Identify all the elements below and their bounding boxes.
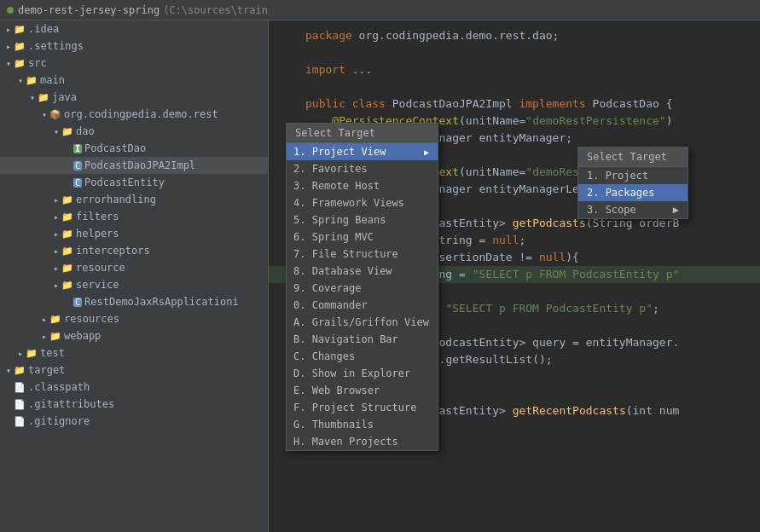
sidebar-item-resources[interactable]: 📁 resources — [0, 310, 268, 327]
code-editor: package org.codingpedia.demo.rest.dao; i… — [269, 20, 760, 532]
sidebar-item-label: webapp — [64, 330, 101, 342]
menu-item-project-view[interactable]: 1. Project View ▶ — [287, 143, 438, 160]
menu-item-label: 0. Commander — [293, 299, 368, 311]
title-text: demo-rest-jersey-spring — [18, 4, 160, 16]
menu-item-file-structure[interactable]: 7. File Structure — [287, 246, 438, 263]
sidebar-item-podcastentity[interactable]: C PodcastEntity — [0, 174, 268, 191]
submenu1-item-packages[interactable]: 2. Packages — [578, 184, 687, 201]
menu-item-label: 1. Project View — [293, 146, 386, 158]
menu-item-label: 8. Database View — [293, 265, 392, 277]
menu-item-maven[interactable]: H. Maven Projects — [287, 433, 438, 450]
folder-icon: 📁 — [26, 75, 38, 86]
sidebar-item-label: main — [40, 74, 65, 86]
sidebar-item-label: src — [28, 57, 47, 69]
folder-icon: 📁 — [61, 126, 73, 137]
menu-item-remote-host[interactable]: 3. Remote Host — [287, 177, 438, 194]
menu-item-changes[interactable]: C. Changes — [287, 348, 438, 365]
sidebar-item-test[interactable]: 📁 test — [0, 344, 268, 361]
title-bar: demo-rest-jersey-spring (C:\sources\trai… — [0, 0, 760, 20]
sidebar-item-helpers[interactable]: 📁 helpers — [0, 225, 268, 242]
sidebar-item-java[interactable]: 📁 java — [0, 89, 268, 106]
sidebar-item-label: errorhandling — [76, 194, 156, 205]
sidebar-item-restdemo[interactable]: C RestDemoJaxRsApplicationi — [0, 293, 268, 310]
folder-icon: 📁 — [14, 58, 26, 69]
menu-item-label: 2. Favorites — [293, 163, 368, 175]
menu-item-label: C. Changes — [293, 350, 355, 362]
menu-item-label: F. Project Structure — [293, 402, 417, 413]
folder-icon: 📁 — [61, 194, 73, 205]
sidebar-item-podcastdaojpa2impl[interactable]: C PodcastDaoJPA2Impl — [0, 157, 268, 174]
submenu1-item-scope[interactable]: 3. Scope ▶ — [578, 201, 687, 218]
sidebar-item-label: org.codingpedia.demo.rest — [64, 108, 218, 120]
sidebar-item-label: .settings — [28, 40, 84, 52]
sidebar-item-webapp[interactable]: 📁 webapp — [0, 327, 268, 344]
menu-item-favorites[interactable]: 2. Favorites — [287, 160, 438, 177]
menu-item-label: A. Grails/Griffon View — [293, 316, 429, 328]
menu-item-label: 3. Remote Host — [293, 180, 380, 192]
menu-item-label: 7. File Structure — [293, 248, 398, 260]
arrow-icon — [15, 349, 26, 358]
menu-item-spring-mvc[interactable]: 6. Spring MVC — [287, 228, 438, 246]
menu-item-coverage[interactable]: 9. Coverage — [287, 280, 438, 297]
main-dropdown-menu: Select Target 1. Project View ▶ 2. Favor… — [286, 123, 438, 451]
sidebar-item-label: .idea — [28, 23, 59, 35]
menu-item-grails[interactable]: A. Grails/Griffon View — [287, 314, 438, 331]
sidebar-item-org[interactable]: 📦 org.codingpedia.demo.rest — [0, 106, 268, 123]
class-icon: C — [73, 161, 82, 171]
sidebar-item-classpath[interactable]: 📄 .classpath — [0, 379, 268, 396]
arrow-icon — [27, 93, 38, 102]
arrow-icon — [51, 280, 61, 290]
sidebar-item-settings[interactable]: 📁 .settings — [0, 38, 268, 55]
sidebar-item-label: dao — [76, 125, 95, 137]
sidebar-item-dao[interactable]: 📁 dao — [0, 123, 268, 140]
arrow-icon — [51, 195, 61, 205]
submenu1-item-project[interactable]: 1. Project — [578, 167, 687, 184]
sidebar-item-gitignore[interactable]: 📄 .gitignore — [0, 413, 268, 430]
sidebar-item-main[interactable]: 📁 main — [0, 72, 268, 89]
sidebar-item-label: PodcastDaoJPA2Impl — [84, 159, 195, 171]
menu-item-nav-bar[interactable]: B. Navigation Bar — [287, 331, 438, 348]
class-icon: C — [73, 178, 82, 188]
menu-item-spring-beans[interactable]: 5. Spring Beans — [287, 211, 438, 228]
sidebar-item-label: .gitignore — [28, 415, 90, 427]
folder-icon: 📁 — [14, 365, 26, 376]
menu-item-label: 6. Spring MVC — [293, 231, 374, 243]
sidebar: 📁 .idea 📁 .settings 📁 src 📁 main 📁 java — [0, 20, 269, 532]
sidebar-item-interceptors[interactable]: 📁 interceptors — [0, 242, 268, 259]
sidebar-item-label: service — [76, 279, 119, 291]
arrow-icon — [51, 263, 61, 273]
sidebar-item-resource[interactable]: 📁 resource — [0, 259, 268, 276]
menu-item-framework-views[interactable]: 4. Framework Views — [287, 194, 438, 211]
sidebar-item-podcastdao[interactable]: I PodcastDao — [0, 140, 268, 157]
folder-icon: 📁 — [26, 348, 38, 359]
arrow-icon — [39, 332, 49, 341]
sidebar-item-gitattributes[interactable]: 📄 .gitattributes — [0, 396, 268, 413]
project-icon — [7, 7, 14, 14]
sidebar-item-target[interactable]: 📁 target — [0, 361, 268, 379]
arrow-icon — [3, 59, 14, 68]
menu-item-commander[interactable]: 0. Commander — [287, 297, 438, 314]
menu-item-label: B. Navigation Bar — [293, 333, 398, 345]
sidebar-item-label: PodcastEntity — [84, 176, 165, 188]
menu-item-project-structure[interactable]: F. Project Structure — [287, 399, 438, 416]
sidebar-item-service[interactable]: 📁 service — [0, 276, 268, 293]
arrow-icon — [3, 25, 14, 34]
menu-item-thumbnails[interactable]: G. Thumbnails — [287, 416, 438, 433]
menu-item-label: G. Thumbnails — [293, 419, 374, 431]
code-line — [269, 78, 760, 95]
sidebar-item-label: test — [40, 347, 65, 359]
sidebar-item-label: RestDemoJaxRsApplicationi — [84, 296, 239, 308]
arrow-icon — [39, 110, 49, 119]
menu-item-web-browser[interactable]: E. Web Browser — [287, 382, 438, 399]
sidebar-item-errorhandling[interactable]: 📁 errorhandling — [0, 191, 268, 208]
submenu-arrow-icon: ▶ — [424, 147, 429, 157]
folder-icon: 📁 — [61, 228, 73, 240]
menu-item-show-explorer[interactable]: D. Show in Explorer — [287, 365, 438, 382]
sidebar-item-idea[interactable]: 📁 .idea — [0, 20, 268, 38]
arrow-icon — [3, 366, 14, 375]
sidebar-item-filters[interactable]: 📁 filters — [0, 208, 268, 225]
code-line: public class PodcastDaoJPA2Impl implemen… — [269, 95, 760, 113]
folder-icon: 📁 — [49, 314, 61, 325]
sidebar-item-src[interactable]: 📁 src — [0, 55, 268, 72]
menu-item-database-view[interactable]: 8. Database View — [287, 263, 438, 280]
